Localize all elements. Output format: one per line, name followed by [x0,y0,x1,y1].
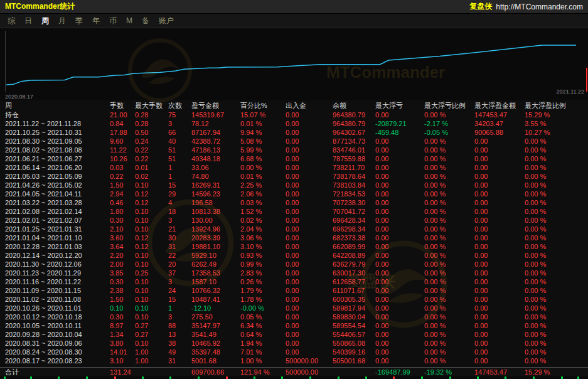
cell: 31 [168,242,191,251]
cell: 0.03 % [240,198,286,207]
cell: 145319.67 [191,110,240,119]
cell: 0.10 [135,286,168,295]
cell: 877134.73 [333,137,375,146]
table-row[interactable]: 2020.11.16 ~ 2020.11.220.300.1031587.100… [0,277,588,286]
table-row[interactable]: 2021.11.22 ~ 2021.11.280.840.28378.120.0… [0,119,588,128]
tab-月[interactable]: 月 [58,16,66,26]
cell: -0.05 % [424,128,474,137]
cell: 0.10 [135,181,168,190]
tab-账户[interactable]: 账户 [159,16,174,26]
cell: 662089.99 [333,242,375,251]
cell: 1.80 [110,207,135,216]
table-row[interactable]: 2021.06.14 ~ 2021.06.200.030.01133.060.0… [0,163,588,172]
cell: 0.00 [375,110,424,119]
cell: 49 [168,348,191,356]
cell: 29 [168,190,191,198]
table-row[interactable]: 2021.08.30 ~ 2021.09.059.600.244042388.7… [0,137,588,146]
cell: 0.03 [110,163,135,172]
cell: 3 [168,216,191,225]
cell: 0.24 [135,137,168,146]
page-title: MTCommander统计 [5,1,75,12]
table-row[interactable]: 2020.10.26 ~ 2020.11.010.100.101-12.10-0… [0,304,588,312]
period-label: 2020.12.28 ~ 2021.01.03 [5,242,110,251]
tab-年[interactable]: 年 [92,16,100,26]
table-row[interactable]: 2021.02.08 ~ 2021.02.141.800.101810813.3… [0,207,588,216]
cell: 1 [168,172,191,181]
cell: 0.00 % [424,251,474,260]
table-row[interactable]: 2021.05.03 ~ 2021.05.090.220.02174.800.0… [0,172,588,181]
cell: 0.00 % [525,251,588,260]
cell: 0.10 [135,207,168,216]
table-row[interactable]: 2020.11.02 ~ 2020.11.081.500.101510487.4… [0,295,588,304]
period-label: 2020.12.14 ~ 2020.12.20 [5,251,110,260]
cell: 0.00 % [424,330,474,339]
table-row[interactable]: 2021.04.05 ~ 2021.04.112.940.122914596.2… [0,190,588,198]
table-row[interactable]: 2020.10.12 ~ 2020.10.180.300.103275.500.… [0,312,588,321]
cell: 0.00 [286,181,333,190]
table-row[interactable]: 2020.11.09 ~ 2020.11.152.380.102410766.3… [0,286,588,295]
table-row[interactable]: 2021.01.25 ~ 2021.01.312.100.102113924.9… [0,225,588,233]
cell: 17358.53 [191,269,240,277]
cell: 0.26 % [240,277,286,286]
cell: 1 [168,163,191,172]
table-row[interactable]: 2020.12.28 ~ 2021.01.033.640.123119881.1… [0,242,588,251]
table-row[interactable]: 2021.04.26 ~ 2021.05.021.500.101516269.3… [0,181,588,190]
cell: 2.25 % [240,181,286,190]
table-row[interactable]: 2020.08.24 ~ 2020.08.3014.011.004935397.… [0,348,588,356]
table-row[interactable]: 2021.03.22 ~ 2021.03.280.460.124196.580.… [0,198,588,207]
cell: -0.00 % [240,304,286,312]
table-total-row: 合计131.24609700.66121.94 %500000.00-16948… [0,367,588,376]
table-row[interactable]: 2020.11.23 ~ 2020.11.293.850.253717358.5… [0,269,588,277]
cell: 0.00 % [424,172,474,181]
cell: 0.00 [375,190,424,198]
tab-日[interactable]: 日 [24,16,32,26]
cell: 3.55 % [525,119,588,128]
cell: 0.27 [135,321,168,330]
cell: 500000.00 [286,368,333,376]
column-header: 百分比% [240,100,286,110]
cell: 1.50 [110,181,135,190]
cell: -19.32 % [424,368,474,376]
cell: 0.00 [286,233,333,242]
cell: 0.00 % [424,207,474,216]
table-row[interactable]: 持仓21.000.2875145319.6715.07 %0.00964380.… [0,110,588,119]
site-link[interactable]: http://MTCommander.com [496,3,583,11]
cell: 0.05 % [240,312,286,321]
period-label: 2020.08.24 ~ 2020.08.30 [5,348,110,356]
cell: 0.10 [135,339,168,348]
table-row[interactable]: 2021.01.04 ~ 2021.01.103.600.123020283.3… [0,233,588,242]
table-row[interactable]: 2021.10.25 ~ 2021.10.3117.880.506687167.… [0,128,588,137]
table-row[interactable]: 2020.08.31 ~ 2020.09.063.800.103810465.9… [0,339,588,348]
cell: 1.00 % [240,356,286,365]
tab-币[interactable]: 币 [109,16,117,26]
tab-周[interactable]: 周 [41,16,49,26]
cell: 35397.48 [191,348,240,356]
table-row[interactable]: 2020.09.28 ~ 2020.10.041.340.27133541.49… [0,330,588,339]
cell: 49348.18 [191,154,240,163]
cell: 589830.04 [333,312,375,321]
cell: 0.00 % [525,269,588,277]
table-row[interactable]: 2020.08.17 ~ 2020.08.233.101.00315001.68… [0,356,588,365]
table-row[interactable]: 2021.08.02 ~ 2021.08.0811.220.225147186.… [0,146,588,154]
cell: 0.01 % [240,172,286,181]
table-row[interactable]: 2020.11.30 ~ 2020.12.062.000.10206262.49… [0,260,588,269]
table-row[interactable]: 2020.12.14 ~ 2020.12.202.200.10225929.10… [0,251,588,260]
cell: 612658.77 [333,277,375,286]
cell: 0.00 [474,154,525,163]
cell: 0.50 [135,128,168,137]
cell: 0.00 % [424,216,474,225]
cell: 696428.34 [333,216,375,225]
tab-备[interactable]: 备 [142,16,149,26]
table-row[interactable]: 2021.02.01 ~ 2021.02.070.300.103130.000.… [0,216,588,225]
tab-M[interactable]: M [126,16,132,25]
cell: 0.10 [135,225,168,233]
tab-综[interactable]: 综 [8,16,15,26]
tab-季[interactable]: 季 [75,16,83,26]
table-row[interactable]: 2020.10.05 ~ 2020.10.118.970.278835147.9… [0,321,588,330]
table-row[interactable]: 2021.06.21 ~ 2021.06.2710.260.225149348.… [0,154,588,163]
cell: 87167.94 [191,128,240,137]
cell: 0.12 [135,242,168,251]
cell: 10766.32 [191,286,240,295]
cell: 2.83 % [240,269,286,277]
period-label: 2021.10.25 ~ 2021.10.31 [5,128,110,137]
